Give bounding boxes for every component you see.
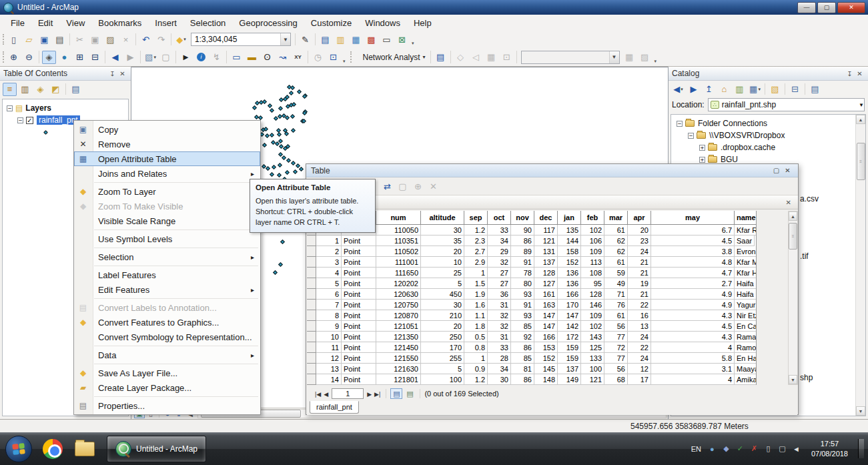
column-header-apr[interactable]: apr (628, 211, 651, 225)
python-window-icon[interactable]: ▭ (380, 33, 394, 46)
redo-icon[interactable]: ↷ (154, 33, 168, 46)
maximize-button[interactable]: ▢ (817, 2, 836, 13)
identify-icon[interactable]: i (194, 51, 208, 64)
row-selector[interactable] (307, 321, 316, 332)
row-selector[interactable] (307, 342, 316, 353)
context-item-zoom-to-layer[interactable]: ◆Zoom To Layer (74, 184, 260, 199)
catalog-options-icon[interactable]: ▤ (808, 83, 822, 96)
connect-folder-icon[interactable]: ▧ (768, 83, 782, 96)
select-network-locations-icon[interactable]: ◁ (469, 51, 483, 64)
clear-table-selection-icon[interactable]: ▢ (396, 179, 410, 193)
tree-view-icon[interactable]: ⊟ (788, 83, 802, 96)
arctoolbox-window-icon[interactable]: ▩ (364, 33, 378, 46)
menu-edit[interactable]: Edit (31, 16, 59, 30)
viewer-window-icon[interactable]: ⊡ (326, 51, 340, 64)
location-combo[interactable]: ∴ rainfall_pnt.shp ▼ (708, 98, 865, 111)
network-analysis-combo[interactable]: ▼ (521, 51, 620, 64)
table-row[interactable]: 6Point1206304501.9369316116612871214.9Ha… (307, 289, 756, 300)
pan-icon[interactable]: ◈ (42, 51, 56, 64)
explorer-icon[interactable] (73, 438, 96, 460)
copy-icon[interactable]: ▣ (88, 33, 102, 46)
scroll-down-icon[interactable]: ▼ (856, 406, 865, 416)
table-row[interactable]: 12Point1215502551288515215913377245.8En … (307, 353, 756, 364)
column-header-altitude[interactable]: altitude (421, 211, 464, 225)
toc-options-icon[interactable]: ▤ (69, 83, 83, 96)
context-item-convert-features-to-graphics[interactable]: ◆Convert Features to Graphics... (74, 315, 260, 330)
select-features-icon[interactable]: ▧▾ (143, 51, 157, 64)
column-header-jan[interactable]: jan (558, 211, 581, 225)
chevron-down-icon[interactable]: ▼ (280, 33, 290, 45)
find-route-icon[interactable]: ↝ (276, 51, 290, 64)
switch-selection-icon[interactable]: ⇄ (380, 179, 394, 193)
collapse-icon[interactable]: − (688, 133, 694, 139)
column-header-sep[interactable]: sep (464, 211, 488, 225)
expand-icon[interactable]: + (699, 157, 705, 163)
measure-icon[interactable]: ▬ (245, 51, 259, 64)
print-icon[interactable]: ▤ (53, 33, 67, 46)
virtualbox-tray-icon[interactable]: ◆ (721, 444, 731, 454)
new-document-icon[interactable]: ▯ (7, 33, 21, 46)
row-selector[interactable] (307, 246, 316, 257)
table-maximize-icon[interactable]: ▢ (771, 167, 782, 174)
popup-icon[interactable]: ▭ (230, 51, 244, 64)
delete-icon[interactable]: × (119, 33, 133, 46)
save-icon[interactable]: ▣ (37, 33, 51, 46)
context-item-joins-and-relates[interactable]: Joins and Relates▸ (74, 166, 260, 181)
context-item-edit-features[interactable]: Edit Features▸ (74, 282, 260, 297)
context-item-label-features[interactable]: Label Features (74, 268, 260, 282)
table-row[interactable]: 3Point111001102.9329113715211361214.8Kfa… (307, 257, 756, 268)
zoom-out-icon[interactable]: ⊖ (22, 51, 36, 64)
table-row[interactable]: 14Point1218011001.2308614814912168174Ami… (307, 374, 756, 385)
row-selector[interactable] (307, 300, 316, 310)
row-selector[interactable] (307, 310, 316, 321)
row-selector[interactable] (307, 364, 316, 374)
column-header-name[interactable]: name (735, 211, 757, 225)
context-item-remove[interactable]: ✕Remove (74, 137, 260, 151)
go-to-xy-icon[interactable]: XY (291, 51, 305, 64)
catalog-pin-icon[interactable]: ↧ (845, 69, 855, 79)
last-record-icon[interactable]: ▶| (373, 391, 382, 398)
layer-visibility-checkbox[interactable]: ✓ (26, 117, 33, 124)
collapse-icon[interactable]: − (677, 121, 683, 127)
clear-selection-icon[interactable]: ▢ (159, 51, 173, 64)
network-tray-icon[interactable]: ● (707, 444, 717, 454)
previous-record-icon[interactable]: ◀ (322, 391, 330, 398)
delete-selected-icon[interactable]: ✕ (426, 179, 440, 193)
back-extent-icon[interactable]: ◀ (108, 51, 122, 64)
table-row[interactable]: 8Point1208702101.1329314714710961164.3Ni… (307, 310, 756, 321)
table-row[interactable]: 13Point12163050.9348114513710056123.1Maa… (307, 364, 756, 374)
toolbar-overflow-icon[interactable]: ▾ (343, 59, 346, 66)
create-network-location-icon[interactable]: ◇ (454, 51, 468, 64)
menu-windows[interactable]: Windows (358, 16, 407, 30)
network-analyst-window-icon[interactable]: ▤ (434, 51, 448, 64)
cut-icon[interactable]: ✂ (73, 33, 87, 46)
toolbar-overflow-icon[interactable]: ▾ (655, 59, 657, 66)
first-record-icon[interactable]: |◀ (314, 391, 322, 398)
record-input[interactable]: 1 (332, 388, 364, 399)
column-header-mar[interactable]: mar (604, 211, 628, 225)
table-of-contents-window-icon[interactable]: ▤ (318, 33, 332, 46)
start-button[interactable] (5, 436, 32, 462)
minimize-button[interactable]: — (797, 2, 816, 13)
context-item-visible-scale-range[interactable]: Visible Scale Range (74, 213, 260, 228)
row-selector[interactable] (307, 257, 316, 268)
catalog-scrollbar[interactable]: ▲ ≡ ▼ (855, 115, 865, 416)
taskbar-clock[interactable]: 17:57 07/08/2018 (807, 439, 852, 459)
zoom-to-selected-icon[interactable]: ⊕ (411, 179, 425, 193)
action-center-tray-icon[interactable]: ✗ (749, 444, 759, 454)
directions-window-icon[interactable]: ⊡ (500, 51, 514, 64)
catalog-node-vboxsvr-dropbox[interactable]: −\\VBOXSVR\Dropbox (671, 129, 865, 141)
collapse-icon[interactable]: − (7, 105, 13, 111)
list-by-visibility-icon[interactable]: ◈ (33, 83, 47, 96)
up-one-level-icon[interactable]: ↥ (702, 83, 716, 96)
row-selector[interactable] (307, 332, 316, 342)
menu-geoprocessing[interactable]: Geoprocessing (232, 16, 304, 30)
toc-pin-icon[interactable]: ↧ (107, 69, 117, 79)
next-record-icon[interactable]: ▶ (366, 391, 373, 398)
add-data-icon[interactable]: ◆▾ (174, 33, 188, 46)
editor-toolbar-icon[interactable]: ✎ (298, 33, 312, 46)
language-indicator[interactable]: EN (691, 445, 701, 453)
html-popup-icon[interactable]: ↯ (209, 51, 224, 64)
row-selector[interactable] (307, 374, 316, 385)
context-item-use-symbol-levels[interactable]: Use Symbol Levels (74, 231, 260, 246)
